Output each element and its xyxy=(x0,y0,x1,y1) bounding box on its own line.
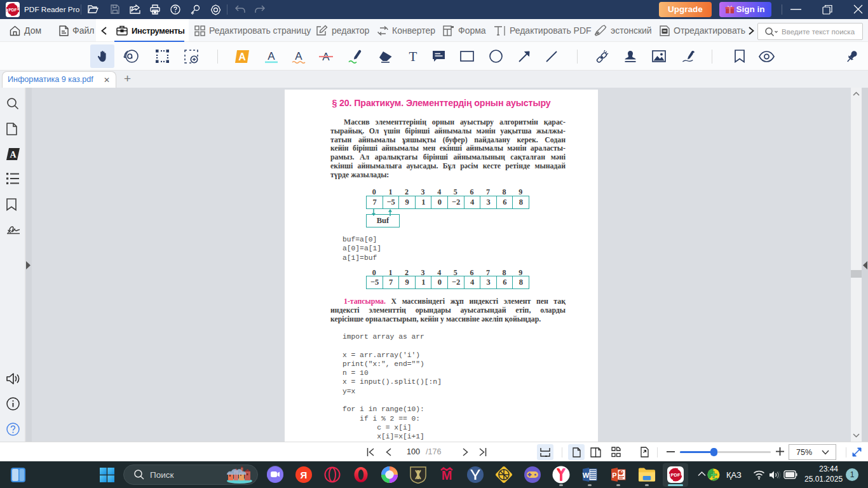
svg-text:Я: Я xyxy=(301,470,308,480)
svg-text:PDF: PDF xyxy=(671,472,681,478)
svg-text:PDF: PDF xyxy=(9,8,17,12)
svg-text:T: T xyxy=(409,50,417,63)
svg-text:A: A xyxy=(10,150,17,159)
svg-text:A: A xyxy=(238,51,246,62)
svg-text:A: A xyxy=(295,50,302,62)
svg-text:W: W xyxy=(583,471,590,479)
svg-text:P: P xyxy=(612,471,616,479)
svg-text:A: A xyxy=(268,50,275,62)
